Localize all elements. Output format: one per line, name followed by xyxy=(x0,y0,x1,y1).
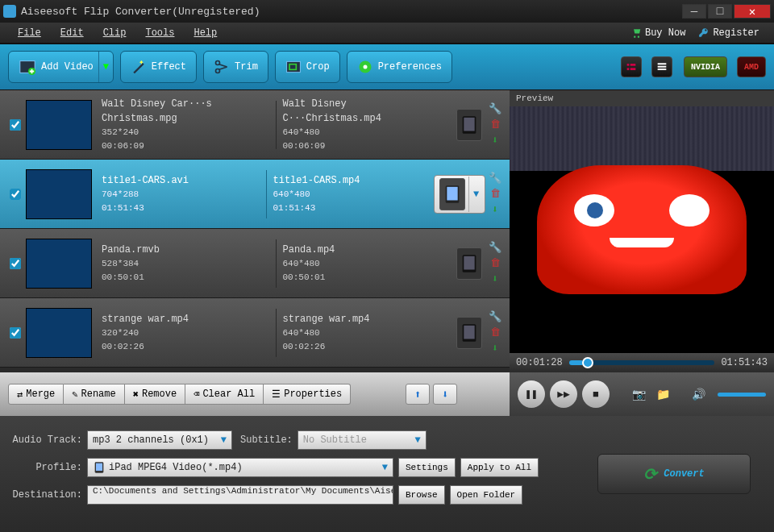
source-info: strange war.mp4320*24000:02:26 xyxy=(98,309,273,356)
menu-help[interactable]: Help xyxy=(184,27,227,39)
output-profile-button[interactable] xyxy=(456,109,482,141)
download-icon[interactable]: ⬇ xyxy=(492,342,498,355)
remove-button[interactable]: ✖Remove xyxy=(125,384,185,405)
audio-track-label: Audio Track: xyxy=(11,434,82,446)
convert-button[interactable]: ⟳ Convert xyxy=(597,454,751,494)
file-row[interactable]: strange war.mp4320*24000:02:26strange wa… xyxy=(0,298,510,368)
stop-button[interactable]: ■ xyxy=(582,380,610,408)
profile-dropdown[interactable]: ▼ xyxy=(468,177,483,212)
subtitle-combo[interactable]: No Subtitle▼ xyxy=(298,430,427,450)
file-row[interactable]: title1-CARS.avi704*28801:51:43title1-CAR… xyxy=(0,160,510,229)
row-checkbox[interactable] xyxy=(10,327,21,339)
total-time: 01:51:43 xyxy=(721,357,768,368)
open-folder-button[interactable]: 📁 xyxy=(653,384,672,404)
apply-to-all-button[interactable]: Apply to All xyxy=(460,458,539,477)
volume-slider[interactable] xyxy=(718,393,766,397)
view-details-button[interactable] xyxy=(651,56,672,77)
destination-field[interactable]: C:\Documents and Settings\Administrator\… xyxy=(87,485,393,505)
clear-all-button[interactable]: ⌫Clear All xyxy=(185,384,264,405)
row-checkbox[interactable] xyxy=(10,189,21,200)
edit-icon[interactable]: 🔧 xyxy=(489,172,501,185)
close-button[interactable]: ✕ xyxy=(734,4,771,19)
preview-label: Preview xyxy=(510,90,774,106)
profile-combo[interactable]: iPad MPEG4 Video(*.mp4)▼ xyxy=(87,458,393,477)
output-info: strange war.mp4640*48000:02:26 xyxy=(280,309,454,356)
row-checkbox[interactable] xyxy=(10,258,21,269)
player-controls: ❚❚ ▶▶ ■ 📷 📁 🔊 xyxy=(510,372,774,416)
file-list: Walt Disney Car···s Christmas.mpg352*240… xyxy=(0,90,510,372)
file-row[interactable]: Walt Disney Car···s Christmas.mpg352*240… xyxy=(0,90,510,160)
minimize-button[interactable]: — xyxy=(682,4,706,19)
merge-button[interactable]: ⇄Merge xyxy=(8,384,64,405)
source-info: Panda.rmvb528*38400:50:01 xyxy=(98,239,273,287)
svg-rect-4 xyxy=(287,61,301,72)
thumbnail xyxy=(26,100,92,150)
delete-icon[interactable]: 🗑 xyxy=(490,188,501,200)
output-info: Walt Disney C···Christmas.mp4640*48000:0… xyxy=(280,94,454,156)
rename-button[interactable]: ✎Rename xyxy=(64,384,124,405)
maximize-button[interactable]: □ xyxy=(708,4,732,19)
scissors-icon xyxy=(214,59,230,75)
preview-panel: Preview 00:01:28 01:51:43 xyxy=(510,90,774,372)
buy-now-link[interactable]: Buy Now xyxy=(624,27,692,39)
source-info: Walt Disney Car···s Christmas.mpg352*240… xyxy=(98,94,273,156)
window-title: Aiseesoft Flip Converter(Unregistered) xyxy=(21,6,680,18)
preview-video[interactable] xyxy=(510,106,774,353)
add-video-button[interactable]: Add Video ▼ xyxy=(8,51,114,83)
destination-label: Destination: xyxy=(11,489,82,501)
current-time: 00:01:28 xyxy=(516,357,563,368)
output-profile-button[interactable] xyxy=(456,317,482,349)
nvidia-badge: NVIDIA xyxy=(684,56,727,77)
effect-button[interactable]: Effect xyxy=(120,51,197,83)
gear-icon xyxy=(357,59,373,75)
thumbnail xyxy=(26,169,92,219)
wand-icon xyxy=(131,59,147,75)
thumbnail xyxy=(26,308,92,358)
edit-icon[interactable]: 🔧 xyxy=(489,310,501,323)
settings-button[interactable]: Settings xyxy=(398,458,456,477)
menu-clip[interactable]: Clip xyxy=(94,27,136,39)
seek-slider[interactable] xyxy=(569,360,715,365)
download-icon[interactable]: ⬇ xyxy=(492,203,498,216)
trim-button[interactable]: Trim xyxy=(203,51,268,83)
download-icon[interactable]: ⬇ xyxy=(492,134,498,147)
register-link[interactable]: Register xyxy=(692,27,766,39)
edit-icon[interactable]: 🔧 xyxy=(489,102,501,115)
move-down-button[interactable]: ⬇ xyxy=(433,384,457,405)
view-list-button[interactable] xyxy=(621,56,642,77)
download-icon[interactable]: ⬇ xyxy=(492,272,498,285)
row-checkbox[interactable] xyxy=(10,119,21,131)
pause-button[interactable]: ❚❚ xyxy=(518,380,545,408)
delete-icon[interactable]: 🗑 xyxy=(490,326,501,339)
delete-icon[interactable]: 🗑 xyxy=(490,257,501,269)
open-folder-dest-button[interactable]: Open Folder xyxy=(450,485,523,505)
audio-track-combo[interactable]: mp3 2 channels (0x1)▼ xyxy=(87,430,232,450)
content-area: Walt Disney Car···s Christmas.mpg352*240… xyxy=(0,90,774,372)
svg-rect-17 xyxy=(96,463,102,471)
crop-button[interactable]: Crop xyxy=(275,51,340,83)
move-up-button[interactable]: ⬆ xyxy=(406,384,430,405)
output-profile-button[interactable] xyxy=(456,247,482,280)
settings-area: Audio Track: mp3 2 channels (0x1)▼ Subti… xyxy=(11,427,585,521)
step-button[interactable]: ▶▶ xyxy=(550,380,577,408)
profile-label: Profile: xyxy=(11,462,82,473)
svg-point-7 xyxy=(363,65,367,69)
menu-file[interactable]: File xyxy=(8,27,51,39)
menubar: File Edit Clip Tools Help Buy Now Regist… xyxy=(0,23,774,44)
edit-icon[interactable]: 🔧 xyxy=(489,241,501,254)
browse-button[interactable]: Browse xyxy=(398,485,445,505)
svg-rect-13 xyxy=(464,256,474,269)
properties-button[interactable]: ☰Properties xyxy=(264,384,351,405)
delete-icon[interactable]: 🗑 xyxy=(490,118,501,131)
file-row[interactable]: Panda.rmvb528*38400:50:01Panda.mp4640*48… xyxy=(0,229,510,298)
volume-icon[interactable]: 🔊 xyxy=(689,384,708,404)
snapshot-button[interactable]: 📷 xyxy=(629,384,648,404)
add-video-dropdown[interactable]: ▼ xyxy=(98,52,113,82)
crop-icon xyxy=(285,59,302,75)
output-info: Panda.mp4640*48000:50:01 xyxy=(280,239,454,287)
menu-tools[interactable]: Tools xyxy=(135,27,184,39)
menu-edit[interactable]: Edit xyxy=(51,27,94,39)
preferences-button[interactable]: Preferences xyxy=(347,51,452,83)
output-profile-button[interactable]: ▼ xyxy=(434,175,485,214)
thumbnail xyxy=(26,239,92,289)
